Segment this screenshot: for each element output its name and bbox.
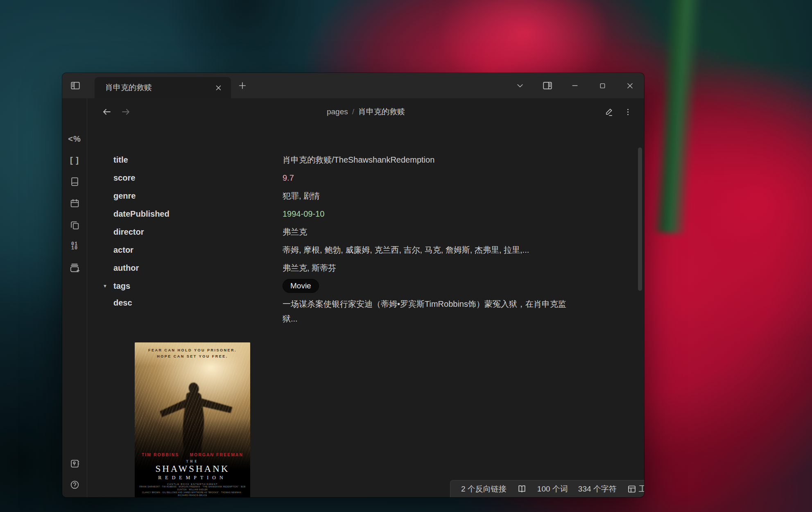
poster-tagline-line2: HOPE CAN SET YOU FREE. xyxy=(135,353,250,360)
arrow-right-icon xyxy=(121,107,131,117)
dock-item-calendar[interactable] xyxy=(66,194,84,212)
dock-item-template[interactable]: <% xyxy=(66,130,84,148)
maximize-button[interactable] xyxy=(594,77,611,94)
binary-line-2: 10 xyxy=(71,245,78,251)
property-row-tags: ▼ tags Movie xyxy=(113,277,597,295)
property-row-title: title 肖申克的救赎/TheShawshankRedemption xyxy=(113,151,597,169)
minimize-button[interactable] xyxy=(566,77,584,94)
rename-button[interactable] xyxy=(601,104,617,120)
flashcard-add-icon xyxy=(69,263,80,273)
property-value-datepublished[interactable]: 1994-09-10 xyxy=(283,209,324,219)
property-value-author[interactable]: 弗兰克, 斯蒂芬 xyxy=(283,263,336,274)
tab-bar: 肖申克的救赎 xyxy=(62,73,644,98)
edit-pencil-icon xyxy=(604,107,614,117)
workspace-switcher[interactable]: 工作 xyxy=(627,484,644,494)
poster-cast-right: MORGAN FREEMAN xyxy=(190,452,243,457)
poster-title-sub: REDEMPTION xyxy=(135,475,250,481)
more-options-button[interactable] xyxy=(620,104,636,120)
nav-forward-button[interactable] xyxy=(118,104,133,120)
property-key-author[interactable]: author xyxy=(113,263,283,273)
property-row-actor: actor 蒂姆, 摩根, 鲍勃, 威廉姆, 克兰西, 吉尔, 马克, 詹姆斯,… xyxy=(113,241,597,259)
sidebar-toggle-button[interactable] xyxy=(66,77,84,94)
property-row-datepublished: datePublished 1994-09-10 xyxy=(113,205,597,223)
breadcrumb-parent[interactable]: pages xyxy=(327,107,348,116)
poster-credits: FRANK DARABONT · TIM ROBBINS · MORGAN FR… xyxy=(135,485,250,497)
scrollbar-thumb[interactable] xyxy=(638,147,642,291)
tab-list-button[interactable] xyxy=(511,77,529,94)
arrow-left-icon xyxy=(102,107,112,117)
property-key-director[interactable]: director xyxy=(113,227,283,237)
breadcrumb-current[interactable]: 肖申克的救赎 xyxy=(358,106,405,117)
poster-tagline: FEAR CAN HOLD YOU PRISONER. HOPE CAN SET… xyxy=(135,347,250,360)
breadcrumb-row: pages / 肖申克的救赎 xyxy=(88,98,644,125)
notebook-icon xyxy=(70,177,80,187)
property-key-score[interactable]: score xyxy=(113,173,283,183)
poster-billing-block: TIM ROBBINS MORGAN FREEMAN THE SHAWSHANK… xyxy=(135,452,250,497)
window-controls xyxy=(511,77,638,94)
calendar-icon xyxy=(70,198,80,208)
dock-item-flashcards[interactable] xyxy=(66,259,84,277)
poster-title-main: SHAWSHANK xyxy=(135,464,250,474)
property-row-genre: genre 犯罪, 剧情 xyxy=(113,187,597,205)
tag-chip-movie[interactable]: Movie xyxy=(283,279,319,293)
binary-icon: 01 10 xyxy=(71,242,78,250)
backlinks-counter[interactable]: 2 个反向链接 xyxy=(461,484,507,494)
kebab-menu-icon xyxy=(624,108,632,116)
safe-icon xyxy=(70,458,80,469)
property-key-actor[interactable]: actor xyxy=(113,245,283,255)
property-value-title[interactable]: 肖申克的救赎/TheShawshankRedemption xyxy=(283,154,434,165)
property-value-genre[interactable]: 犯罪, 剧情 xyxy=(283,190,320,202)
property-value-actor[interactable]: 蒂姆, 摩根, 鲍勃, 威廉姆, 克兰西, 吉尔, 马克, 詹姆斯, 杰弗里, … xyxy=(283,245,529,256)
workspace-name: 工作 xyxy=(639,484,644,494)
open-book-icon xyxy=(517,484,527,494)
dock-item-help[interactable] xyxy=(66,476,84,494)
brackets-icon: [ ] xyxy=(70,156,79,165)
poster-credits-line1: FRANK DARABONT · TIM ROBBINS · MORGAN FR… xyxy=(139,485,246,491)
dock-item-binary[interactable]: 01 10 xyxy=(66,237,84,255)
dock-panel-button[interactable] xyxy=(539,77,556,94)
property-row-director: director 弗兰克 xyxy=(113,223,597,241)
dock-right-icon xyxy=(542,80,553,91)
dock-item-brackets[interactable]: [ ] xyxy=(66,151,84,169)
sidebar-toggle-icon xyxy=(70,80,81,91)
tab-shawshank[interactable]: 肖申克的救赎 xyxy=(95,77,231,98)
poster-cast-left: TIM ROBBINS xyxy=(142,452,179,457)
doc-info-button[interactable] xyxy=(517,484,527,494)
nav-back-button[interactable] xyxy=(99,104,115,120)
attribute-table: title 肖申克的救赎/TheShawshankRedemption scor… xyxy=(113,151,597,326)
dock-item-copy[interactable] xyxy=(66,216,84,234)
property-row-score: score 9.7 xyxy=(113,169,597,187)
minimize-icon xyxy=(571,82,579,90)
property-key-genre[interactable]: genre xyxy=(113,191,283,201)
dock-item-notebook[interactable] xyxy=(66,172,84,190)
property-value-desc[interactable]: 一场谋杀案使银行家安迪（蒂姆•罗宾斯TimRobbins饰）蒙冤入狱，在肖申克监… xyxy=(283,297,580,326)
property-key-tags[interactable]: ▼ tags xyxy=(113,281,283,291)
template-icon: <% xyxy=(68,134,81,144)
editor-area: pages / 肖申克的救赎 title xyxy=(88,98,644,497)
poster-cast-names: TIM ROBBINS MORGAN FREEMAN xyxy=(135,452,250,457)
close-window-button[interactable] xyxy=(621,77,638,94)
property-row-author: author 弗兰克, 斯蒂芬 xyxy=(113,259,597,277)
word-count: 100 个词 xyxy=(537,484,568,494)
movie-poster-image[interactable]: FEAR CAN HOLD YOU PRISONER. HOPE CAN SET… xyxy=(135,342,250,497)
property-key-desc[interactable]: desc xyxy=(113,297,283,308)
left-dock-bar: <% [ ] xyxy=(62,98,87,497)
collapse-triangle-icon[interactable]: ▼ xyxy=(103,283,107,288)
app-window: 肖申克的救赎 xyxy=(62,73,644,497)
property-value-director[interactable]: 弗兰克 xyxy=(283,227,307,238)
tab-close-button[interactable] xyxy=(212,82,224,94)
status-bar: 2 个反向链接 100 个词 334 个字符 xyxy=(450,480,644,497)
property-key-tags-label: tags xyxy=(113,281,130,290)
property-key-datepublished[interactable]: datePublished xyxy=(113,209,283,219)
breadcrumb: pages / 肖申克的救赎 xyxy=(170,98,562,125)
property-key-title[interactable]: title xyxy=(113,155,283,165)
breadcrumb-separator: / xyxy=(352,107,354,116)
tab-title: 肖申克的救赎 xyxy=(105,82,212,93)
property-value-score[interactable]: 9.7 xyxy=(283,173,294,183)
copy-icon xyxy=(70,220,80,230)
property-row-desc: desc 一场谋杀案使银行家安迪（蒂姆•罗宾斯TimRobbins饰）蒙冤入狱，… xyxy=(113,295,597,326)
property-value-tags: Movie xyxy=(283,279,319,293)
maximize-icon xyxy=(599,82,606,90)
new-tab-button[interactable] xyxy=(235,78,250,93)
dock-item-safe[interactable] xyxy=(66,454,84,472)
